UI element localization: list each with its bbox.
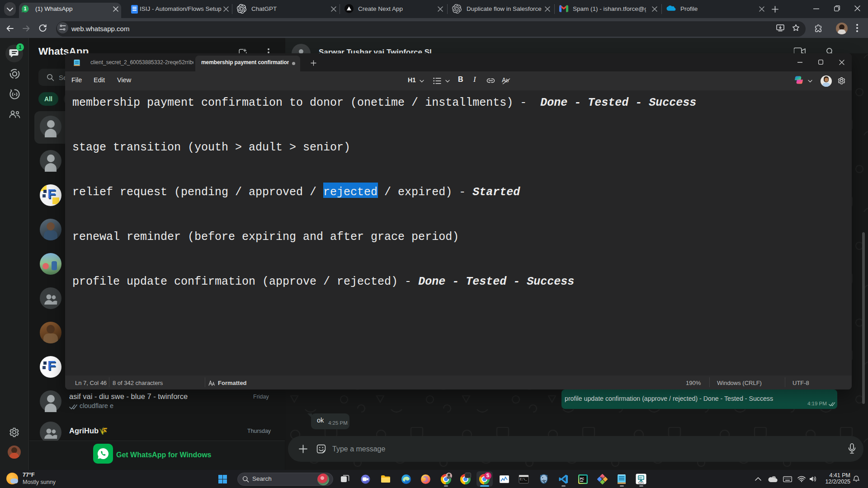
svg-text:PC: PC: [580, 477, 584, 480]
svg-text:GO!: GO!: [639, 477, 642, 479]
svg-text:TaskPro: TaskPro: [638, 482, 644, 484]
svg-text:1: 1: [24, 6, 27, 11]
svg-text:C:\_: C:\_: [520, 478, 527, 481]
